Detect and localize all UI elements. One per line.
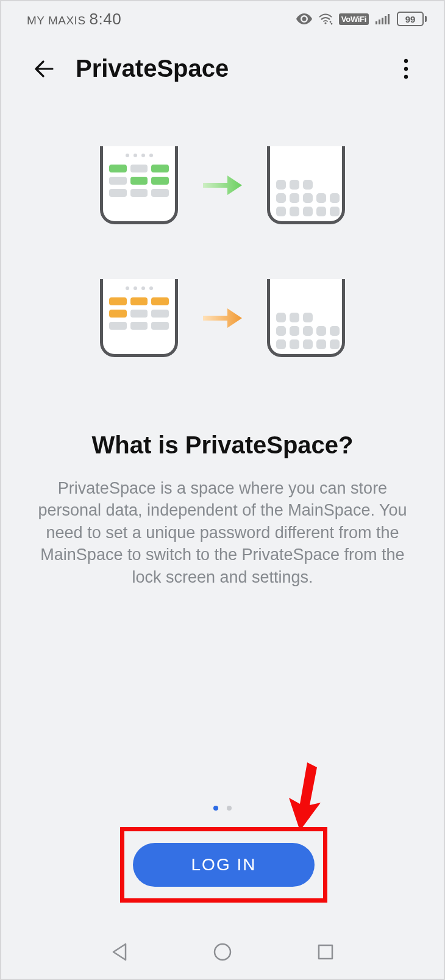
phone-mainspace-before [100, 146, 178, 224]
battery-level: 99 [397, 12, 424, 26]
illustration-row-privatespace [100, 279, 345, 357]
svg-rect-4 [385, 16, 386, 24]
page-dot-0 [213, 806, 218, 811]
circle-home-icon [213, 942, 232, 962]
illustration-row-mainspace [100, 146, 345, 224]
back-button[interactable] [32, 55, 59, 82]
nav-home-button[interactable] [204, 934, 241, 970]
carrier-label: MY MAXIS [27, 14, 86, 27]
vowifi-badge: VoWiFi [339, 13, 369, 25]
page-indicator [1, 806, 444, 811]
clock: 8:40 [90, 10, 122, 29]
arrow-right-icon [201, 172, 244, 199]
page-dot-1 [227, 806, 232, 811]
login-button[interactable]: LOG IN [133, 843, 315, 887]
more-vertical-icon [404, 59, 408, 79]
svg-rect-1 [376, 21, 377, 24]
wifi-icon [318, 13, 333, 25]
svg-point-0 [324, 22, 326, 24]
navigation-bar [1, 934, 444, 970]
phone-privatespace-after [267, 279, 345, 357]
more-button[interactable] [393, 55, 419, 82]
annotation-arrow-icon [282, 760, 330, 833]
annotation-highlight-box: LOG IN [120, 827, 327, 903]
svg-point-8 [404, 74, 408, 78]
nav-back-button[interactable] [101, 934, 138, 970]
app-header: PrivateSpace [1, 37, 444, 88]
svg-point-6 [404, 59, 408, 62]
arrow-right-icon [201, 305, 244, 332]
illustration [1, 146, 444, 357]
eye-icon [296, 13, 312, 24]
svg-rect-3 [382, 18, 383, 24]
square-recents-icon [317, 943, 334, 960]
arrow-left-icon [33, 57, 57, 81]
svg-rect-5 [388, 14, 390, 24]
phone-mainspace-after [267, 146, 345, 224]
content-section: What is PrivateSpace? PrivateSpace is a … [1, 431, 444, 588]
content-body: PrivateSpace is a space where you can st… [28, 477, 417, 588]
signal-icon [375, 13, 391, 25]
triangle-back-icon [111, 942, 128, 962]
nav-recents-button[interactable] [307, 934, 344, 970]
svg-rect-2 [379, 20, 380, 24]
phone-privatespace-before [100, 279, 178, 357]
svg-point-7 [404, 66, 408, 70]
content-heading: What is PrivateSpace? [28, 431, 417, 459]
status-bar: MY MAXIS 8:40 VoWiFi 99 [1, 1, 444, 37]
page-title: PrivateSpace [76, 55, 393, 82]
battery-indicator: 99 [397, 12, 427, 26]
svg-point-9 [215, 944, 230, 960]
svg-rect-10 [319, 945, 332, 959]
